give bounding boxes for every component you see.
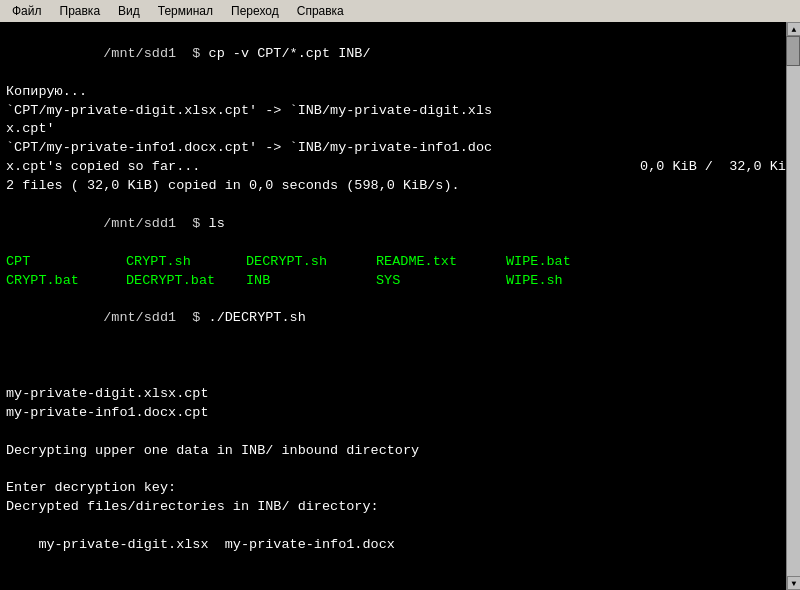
terminal-line (6, 347, 794, 366)
scrollbar-thumb[interactable] (786, 36, 800, 66)
scrollbar[interactable]: ▲ ▼ (786, 22, 800, 590)
menu-go[interactable]: Переход (223, 3, 287, 19)
terminal-line: CPT CRYPT.sh DECRYPT.sh README.txt WIPE.… (6, 253, 794, 272)
terminal-line: 2 files ( 32,0 KiB) copied in 0,0 second… (6, 177, 794, 196)
menu-terminal[interactable]: Терминал (150, 3, 221, 19)
terminal-line: my-private-info1.docx.cpt (6, 404, 794, 423)
terminal-line: /mnt/sdd1 $ cp -v CPT/*.cpt INB/ (6, 26, 794, 83)
terminal-line (6, 366, 794, 385)
terminal-line: Enter decryption key: (6, 479, 794, 498)
terminal-line: Decrypting upper one data in INB/ inboun… (6, 442, 794, 461)
terminal-line (6, 423, 794, 442)
terminal-line: CRYPT.bat DECRYPT.bat INB SYS WIPE.sh (6, 272, 794, 291)
menu-edit[interactable]: Правка (52, 3, 109, 19)
terminal-line (6, 460, 794, 479)
terminal-line: Копирую... (6, 83, 794, 102)
menu-file[interactable]: Файл (4, 3, 50, 19)
terminal-line: `CPT/my-private-digit.xlsx.cpt' -> `INB/… (6, 102, 794, 121)
terminal-container[interactable]: /mnt/sdd1 $ cp -v CPT/*.cpt INB/ Копирую… (0, 22, 800, 590)
menu-help[interactable]: Справка (289, 3, 352, 19)
terminal-line: Decrypted files/directories in INB/ dire… (6, 498, 794, 517)
terminal-line: /mnt/sdd1 $ ./DECRYPT.sh (6, 290, 794, 347)
terminal-line: x.cpt' (6, 120, 794, 139)
terminal-line: /mnt/sdd1 $ ls (6, 196, 794, 253)
scrollbar-arrow-down[interactable]: ▼ (787, 576, 800, 590)
terminal-line: my-private-digit.xlsx.cpt (6, 385, 794, 404)
terminal-line: `CPT/my-private-info1.docx.cpt' -> `INB/… (6, 139, 794, 158)
scrollbar-arrow-up[interactable]: ▲ (787, 22, 800, 36)
menu-view[interactable]: Вид (110, 3, 148, 19)
terminal-line: x.cpt's copied so far... 0,0 KiB / 32,0 … (6, 158, 794, 177)
terminal-line: /mnt/sdd1 $ (6, 574, 794, 590)
terminal-line: my-private-digit.xlsx my-private-info1.d… (6, 517, 794, 574)
menu-bar: Файл Правка Вид Терминал Переход Справка (0, 0, 800, 22)
